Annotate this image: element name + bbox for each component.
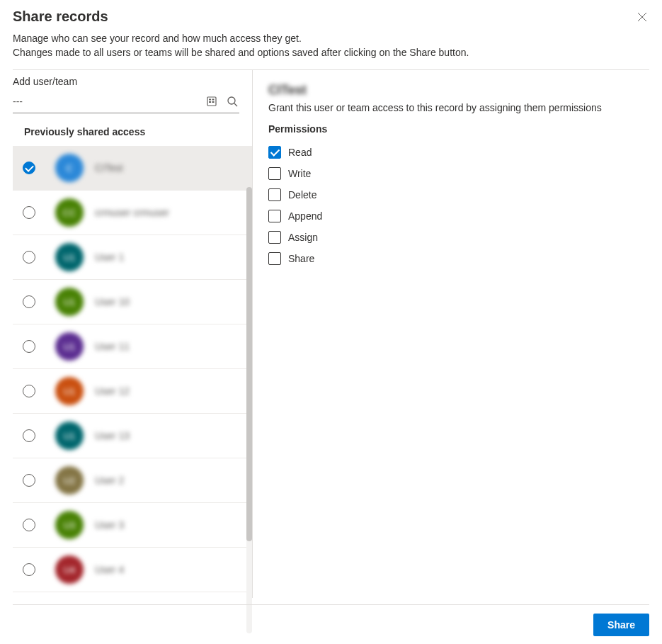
- avatar: U4: [55, 555, 84, 584]
- add-user-team-label: Add user/team: [13, 70, 252, 90]
- permission-row: Delete: [268, 184, 649, 205]
- permission-checkbox[interactable]: [268, 146, 281, 159]
- list-item[interactable]: U1User 1: [13, 235, 252, 280]
- list-item-label: User 4: [95, 564, 124, 575]
- permission-checkbox[interactable]: [268, 167, 281, 180]
- permission-label: Assign: [288, 232, 318, 243]
- list-item-label: User 3: [95, 519, 124, 531]
- avatar: U1: [55, 288, 84, 316]
- avatar: U1: [55, 332, 84, 361]
- close-button[interactable]: [635, 10, 649, 24]
- share-button[interactable]: Share: [593, 614, 649, 636]
- avatar: CC: [55, 198, 84, 227]
- subtitle-line-1: Manage who can see your record and how m…: [13, 33, 302, 44]
- permission-row: Share: [268, 248, 649, 269]
- lookup-records-button[interactable]: [205, 94, 219, 108]
- list-item[interactable]: U1User 13: [13, 414, 252, 458]
- list-item-label: CITest: [95, 162, 123, 174]
- list-item-radio[interactable]: [23, 162, 35, 174]
- search-icon: [227, 96, 238, 107]
- permission-row: Read: [268, 142, 649, 163]
- add-user-team-input[interactable]: [13, 93, 205, 110]
- selected-entity-name: CITest: [268, 83, 649, 98]
- permission-checkbox[interactable]: [268, 210, 281, 222]
- list-item-radio[interactable]: [23, 206, 35, 219]
- svg-rect-2: [212, 99, 215, 101]
- avatar: U1: [55, 422, 84, 450]
- svg-point-5: [228, 97, 235, 104]
- list-item-radio[interactable]: [23, 474, 35, 487]
- list-item-radio[interactable]: [23, 429, 35, 442]
- list-item-label: User 10: [95, 296, 130, 307]
- permissions-list: ReadWriteDeleteAppendAssignShare: [268, 142, 649, 269]
- lookup-records-icon: [207, 96, 218, 107]
- list-item[interactable]: CCcrmuser crmuser: [13, 191, 252, 235]
- dialog-subtitle: Manage who can see your record and how m…: [13, 32, 649, 60]
- list-item-label: User 1: [95, 252, 124, 263]
- list-item[interactable]: U1User 12: [13, 369, 252, 414]
- list-item[interactable]: U1User 11: [13, 324, 252, 369]
- list-item-radio[interactable]: [23, 519, 35, 531]
- list-item-label: User 11: [95, 341, 130, 352]
- permissions-heading: Permissions: [268, 123, 649, 135]
- list-item-label: User 12: [95, 385, 130, 397]
- list-item-label: crmuser crmuser: [95, 207, 169, 218]
- dialog-title: Share records: [13, 9, 649, 25]
- previously-shared-heading: Previously shared access: [13, 113, 252, 146]
- svg-rect-4: [212, 101, 215, 103]
- permission-label: Write: [288, 168, 311, 179]
- dialog-footer: Share: [13, 604, 649, 644]
- permissions-description: Grant this user or team access to this r…: [268, 102, 649, 113]
- subtitle-line-2: Changes made to all users or teams will …: [13, 47, 469, 58]
- close-icon: [637, 12, 647, 22]
- list-item-radio[interactable]: [23, 251, 35, 264]
- list-item[interactable]: U1User 10: [13, 280, 252, 324]
- permission-label: Read: [288, 147, 312, 158]
- list-item-label: User 13: [95, 430, 130, 441]
- search-button[interactable]: [225, 94, 239, 108]
- avatar: U3: [55, 511, 84, 539]
- svg-rect-0: [207, 97, 216, 106]
- permission-row: Append: [268, 205, 649, 227]
- permission-label: Share: [288, 253, 314, 264]
- avatar: U1: [55, 243, 84, 271]
- permission-checkbox[interactable]: [268, 252, 281, 265]
- list-item-label: User 2: [95, 475, 124, 486]
- list-item-radio[interactable]: [23, 563, 35, 576]
- permission-label: Append: [288, 210, 322, 222]
- permission-checkbox[interactable]: [268, 188, 281, 201]
- scrollbar-track[interactable]: [246, 187, 252, 633]
- permission-label: Delete: [288, 189, 316, 200]
- scrollbar-thumb[interactable]: [246, 187, 252, 541]
- avatar: C: [55, 154, 84, 182]
- list-item[interactable]: U3User 3: [13, 503, 252, 548]
- shared-access-list: CCITestCCcrmuser crmuserU1User 1U1User 1…: [13, 146, 252, 598]
- list-item-radio[interactable]: [23, 340, 35, 353]
- avatar: U2: [55, 466, 84, 495]
- avatar: U1: [55, 377, 84, 405]
- permission-checkbox[interactable]: [268, 231, 281, 244]
- permission-row: Write: [268, 163, 649, 184]
- svg-line-6: [234, 103, 237, 106]
- right-panel: CITest Grant this user or team access to…: [253, 70, 662, 598]
- svg-rect-3: [209, 101, 211, 103]
- permission-row: Assign: [268, 227, 649, 248]
- list-item-radio[interactable]: [23, 295, 35, 308]
- list-item[interactable]: U2User 2: [13, 458, 252, 503]
- search-row: [13, 90, 239, 113]
- list-item[interactable]: U4User 4: [13, 548, 252, 592]
- svg-rect-1: [209, 99, 211, 101]
- left-panel: Add user/team: [0, 70, 253, 598]
- list-item-radio[interactable]: [23, 385, 35, 397]
- list-item[interactable]: CCITest: [13, 146, 252, 191]
